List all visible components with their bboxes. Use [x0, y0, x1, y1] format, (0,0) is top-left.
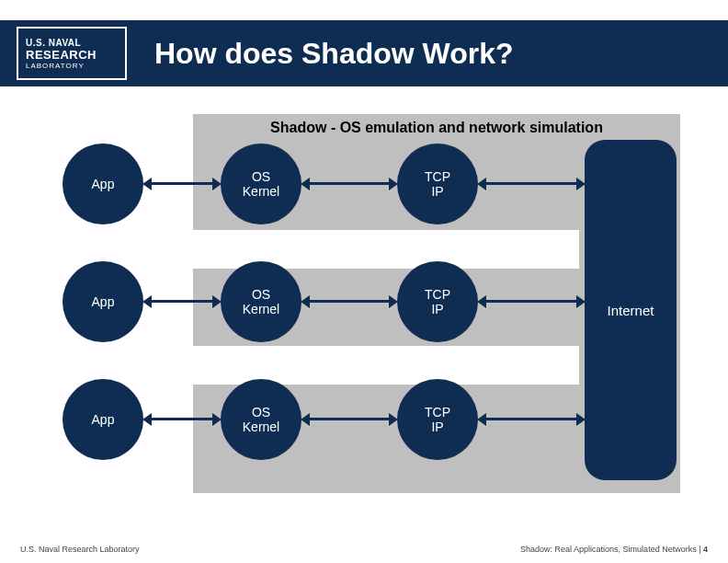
app-circle-1: App — [63, 144, 143, 224]
shadow-label: Shadow - OS emulation and network simula… — [193, 114, 680, 136]
kernel-l2: Kernel — [243, 419, 279, 434]
header-bar: U.S. NAVAL RESEARCH LABORATORY How does … — [0, 20, 728, 86]
tcp-circle-3: TCPIP — [397, 379, 478, 460]
page-number: 4 — [703, 545, 708, 554]
arrow-kernel-tcp-1 — [309, 182, 390, 185]
footer-right: Shadow: Real Applications, Simulated Net… — [520, 545, 708, 554]
arrow-tcp-internet-3 — [485, 418, 577, 420]
arrow-app-kernel-3 — [151, 418, 213, 420]
arrow-tcp-internet-2 — [485, 300, 577, 303]
arrow-kernel-tcp-2 — [309, 300, 390, 303]
tcp-l2: IP — [431, 419, 443, 434]
footer-right-prefix: Shadow: Real Applications, Simulated Net… — [520, 545, 703, 554]
kernel-circle-1: OSKernel — [221, 144, 301, 224]
tcp-l1: TCP — [425, 169, 450, 184]
tcp-l1: TCP — [425, 287, 450, 302]
logo-line1: U.S. NAVAL — [26, 38, 81, 48]
kernel-circle-2: OSKernel — [221, 261, 301, 342]
tcp-l2: IP — [431, 184, 443, 199]
kernel-l1: OS — [252, 169, 270, 184]
kernel-l1: OS — [252, 405, 270, 419]
app-label: App — [92, 177, 115, 191]
app-circle-2: App — [63, 261, 143, 342]
tcp-l1: TCP — [425, 405, 450, 419]
diagram-area: Shadow - OS emulation and network simula… — [0, 86, 728, 519]
kernel-l2: Kernel — [243, 184, 279, 199]
app-circle-3: App — [63, 379, 143, 460]
internet-label: Internet — [608, 303, 654, 318]
footer-left: U.S. Naval Research Laboratory — [20, 545, 140, 554]
tcp-circle-2: TCPIP — [397, 261, 478, 342]
app-label: App — [92, 412, 115, 427]
arrow-app-kernel-2 — [151, 300, 213, 303]
internet-box: Internet — [585, 140, 677, 480]
logo-line2: RESEARCH — [26, 48, 97, 62]
kernel-l2: Kernel — [243, 302, 279, 316]
arrow-tcp-internet-1 — [485, 182, 577, 185]
arrow-kernel-tcp-3 — [309, 418, 390, 420]
kernel-l1: OS — [252, 287, 270, 302]
row-gap-2 — [193, 346, 579, 385]
nrl-logo: U.S. NAVAL RESEARCH LABORATORY — [17, 27, 127, 80]
tcp-l2: IP — [431, 302, 443, 316]
kernel-circle-3: OSKernel — [221, 379, 301, 460]
app-label: App — [92, 294, 115, 309]
tcp-circle-1: TCPIP — [397, 144, 478, 224]
logo-line3: LABORATORY — [26, 62, 85, 70]
arrow-app-kernel-1 — [151, 182, 213, 185]
slide-title: How does Shadow Work? — [154, 37, 514, 71]
